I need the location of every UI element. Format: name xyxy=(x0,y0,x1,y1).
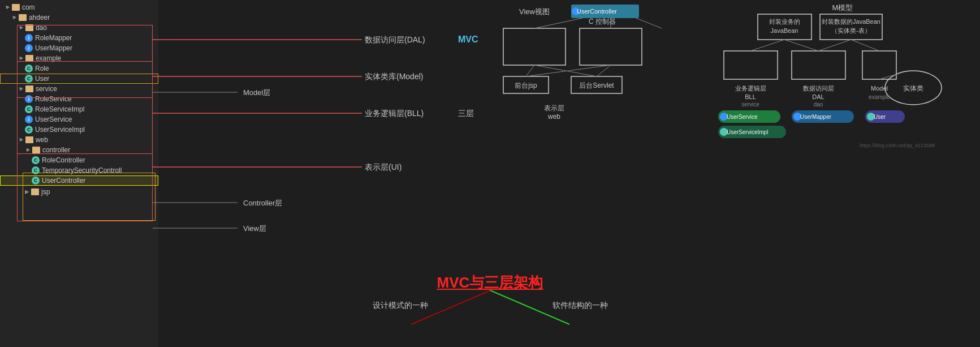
svg-text:web: web xyxy=(547,113,560,121)
svg-text:实体类库(Model): 实体类库(Model) xyxy=(365,72,423,81)
dao-folder-icon xyxy=(25,24,33,31)
mvc-red-part: MVC与三层架构 xyxy=(437,274,543,291)
svg-text:Model: Model xyxy=(871,85,888,92)
svg-line-49 xyxy=(784,40,818,51)
rolecontroller-icon: C xyxy=(32,156,40,164)
svg-text:业务逻辑层(BLL): 业务逻辑层(BLL) xyxy=(365,109,424,118)
svg-text:UserService: UserService xyxy=(727,114,758,120)
tempsecurity-label: TemporarySecurityControll xyxy=(42,166,122,174)
roleserviceimpl-icon: C xyxy=(25,105,33,113)
tree-item-com[interactable]: ▼ com xyxy=(0,2,158,12)
web-label: web xyxy=(36,136,48,144)
usermapper-icon: i xyxy=(25,44,33,52)
svg-text:DAL: DAL xyxy=(812,93,824,100)
svg-text:封装数据的JavaBean: 封装数据的JavaBean xyxy=(822,18,880,25)
svg-text:（实体类-表）: （实体类-表） xyxy=(831,27,871,34)
svg-text:UserMapper: UserMapper xyxy=(800,114,832,120)
rolemapper-icon: i xyxy=(25,34,33,42)
user-label: User xyxy=(35,75,49,83)
svg-line-31 xyxy=(534,65,597,76)
svg-text:service: service xyxy=(741,101,759,108)
tree-item-rolemapper[interactable]: i RoleMapper xyxy=(0,33,158,43)
svg-text:MVC: MVC xyxy=(458,35,478,44)
svg-text:后台Servlet: 后台Servlet xyxy=(579,82,614,89)
userservice-label: UserService xyxy=(35,115,72,123)
role-label: Role xyxy=(35,65,49,72)
service-label: service xyxy=(36,85,57,93)
tree-item-userservice[interactable]: i UserService xyxy=(0,114,158,125)
svg-text:数据访问层(DAL): 数据访问层(DAL) xyxy=(365,35,425,44)
tree-item-roleservice[interactable]: i RoleService xyxy=(0,94,158,104)
svg-line-25 xyxy=(636,18,662,28)
svg-text:dao: dao xyxy=(814,101,823,108)
tree-item-userserviceimpl[interactable]: C UserServiceImpl xyxy=(0,125,158,135)
svg-text:封装业务的: 封装业务的 xyxy=(769,18,800,25)
svg-text:View视图: View视图 xyxy=(519,7,550,16)
tree-item-tempsecuritycontroller[interactable]: C TemporarySecurityControll xyxy=(0,165,158,175)
file-tree: ▼ com ▼ ahdeer ▼ dao i RoleMapper i User… xyxy=(0,0,158,347)
tree-item-controller[interactable]: ▼ controller xyxy=(0,145,158,155)
svg-text:前台jsp: 前台jsp xyxy=(515,82,537,89)
role-icon: C xyxy=(25,65,33,72)
dao-label: dao xyxy=(36,24,47,32)
svg-text:Controller层: Controller层 xyxy=(243,199,282,207)
mvc-title-block: MVC与三层架构 设计模式的一种 软件结构的一种 xyxy=(373,273,608,311)
svg-text:实体类: 实体类 xyxy=(903,84,923,92)
svg-text:表示层(UI): 表示层(UI) xyxy=(365,162,402,172)
controller-label: controller xyxy=(42,146,70,154)
usermapper-label: UserMapper xyxy=(35,44,72,52)
svg-rect-47 xyxy=(862,51,896,79)
ahdeer-label: ahdeer xyxy=(29,14,50,22)
ahdeer-folder-icon xyxy=(19,14,27,21)
tree-item-jsp[interactable]: ▶ jsp xyxy=(0,187,158,197)
example-folder-icon xyxy=(25,55,33,62)
tree-item-usercontroller[interactable]: C UserController xyxy=(0,175,158,186)
svg-text:M模型: M模型 xyxy=(832,3,853,12)
main-container: ▼ com ▼ ahdeer ▼ dao i RoleMapper i User… xyxy=(0,0,980,347)
example-label: example xyxy=(36,54,61,62)
svg-text:表示层: 表示层 xyxy=(544,104,564,112)
svg-text:C 控制器: C 控制器 xyxy=(589,18,616,25)
mvc-main-title: MVC与三层架构 xyxy=(373,273,608,293)
controller-folder-icon xyxy=(32,147,40,153)
svg-text:业务逻辑层: 业务逻辑层 xyxy=(735,85,766,92)
mvc-subtitle1: 设计模式的一种 xyxy=(373,301,428,311)
tree-item-rolecontroller[interactable]: C RoleController xyxy=(0,155,158,165)
mvc-subtitles: 设计模式的一种 软件结构的一种 xyxy=(373,301,608,311)
svg-text:User: User xyxy=(874,114,886,120)
tree-item-usermapper[interactable]: i UserMapper xyxy=(0,43,158,53)
tempsecurity-icon: C xyxy=(32,166,40,174)
tree-item-dao[interactable]: ▼ dao xyxy=(0,23,158,33)
usercontroller-icon: C xyxy=(32,177,40,185)
tree-item-service[interactable]: ▼ service xyxy=(0,84,158,94)
rolecontroller-label: RoleController xyxy=(42,156,85,164)
svg-line-50 xyxy=(851,40,879,51)
jsp-folder-icon xyxy=(31,189,39,195)
svg-rect-21 xyxy=(503,28,565,65)
svg-text:View层: View层 xyxy=(243,224,266,233)
svg-text:JavaBean: JavaBean xyxy=(771,27,798,34)
com-label: com xyxy=(22,3,35,11)
rolemapper-label: RoleMapper xyxy=(35,34,72,42)
web-folder-icon xyxy=(25,136,33,143)
svg-rect-46 xyxy=(792,51,845,79)
svg-line-51 xyxy=(818,40,851,51)
roleserviceimpl-label: RoleServiceImpl xyxy=(35,105,84,113)
svg-line-48 xyxy=(750,40,784,51)
svg-line-30 xyxy=(526,65,534,76)
diagram-svg: View视图 UserController C 控制器 前台jsp 后台Serv… xyxy=(492,0,980,235)
svg-text:数据访问层: 数据访问层 xyxy=(803,85,834,92)
svg-line-32 xyxy=(526,65,611,76)
svg-rect-45 xyxy=(724,51,778,79)
svg-line-23 xyxy=(534,18,582,28)
tree-item-web[interactable]: ▼ web xyxy=(0,135,158,145)
svg-text:三层: 三层 xyxy=(458,109,474,118)
tree-item-ahdeer[interactable]: ▼ ahdeer xyxy=(0,12,158,23)
tree-item-example[interactable]: ▼ example xyxy=(0,53,158,63)
tree-item-roleserviceimpl[interactable]: C RoleServiceImpl xyxy=(0,104,158,114)
service-folder-icon xyxy=(25,85,33,92)
com-folder-icon xyxy=(12,4,20,11)
mvc-subtitle2: 软件结构的一种 xyxy=(552,301,608,311)
tree-item-role[interactable]: C Role xyxy=(0,63,158,74)
tree-item-user[interactable]: C User xyxy=(0,74,158,84)
